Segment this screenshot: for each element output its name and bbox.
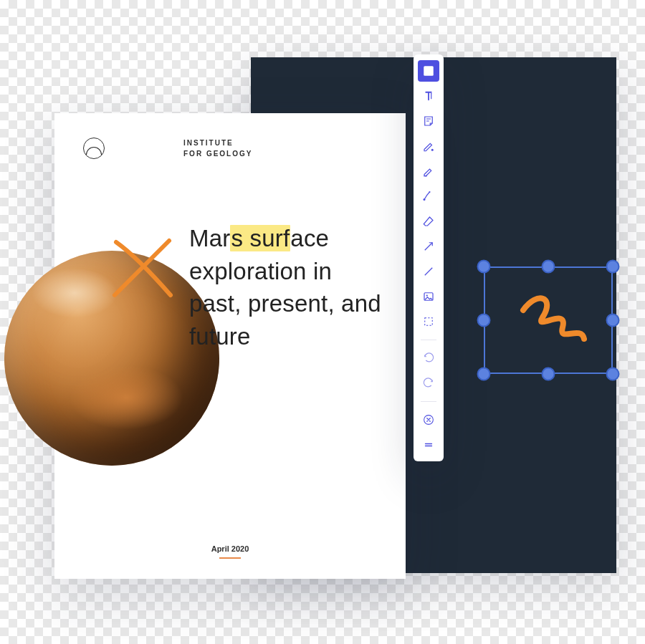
logo-icon — [83, 138, 105, 159]
toolbar-divider — [421, 340, 436, 340]
selection-rect — [484, 266, 613, 374]
document-date-text: April 2020 — [211, 544, 249, 553]
arrow-icon — [422, 240, 435, 253]
text-box-icon — [422, 64, 435, 77]
title-highlight: s surf — [230, 225, 290, 251]
selection-handle-w[interactable] — [477, 314, 491, 327]
highlighter-tool[interactable] — [418, 160, 439, 182]
drag-handle[interactable] — [418, 434, 439, 456]
title-text-pre: Mar — [189, 225, 230, 251]
svg-rect-6 — [425, 318, 433, 326]
text-cursor-tool[interactable] — [418, 85, 439, 107]
image-icon — [422, 290, 435, 303]
text-box-tool[interactable] — [418, 60, 439, 82]
stage: INSTITUTE FOR GEOLOGY Mars surface explo… — [0, 0, 645, 644]
crop-icon — [422, 315, 435, 328]
pen-icon — [422, 140, 435, 153]
svg-point-1 — [431, 149, 434, 151]
svg-point-2 — [424, 198, 426, 201]
document-date: April 2020 — [54, 544, 406, 559]
toolbar-divider — [421, 401, 436, 402]
image-tool[interactable] — [418, 286, 439, 307]
document-header: INSTITUTE FOR GEOLOGY — [54, 113, 406, 159]
line-tool[interactable] — [418, 261, 439, 282]
selection-handle-s[interactable] — [542, 367, 555, 381]
crop-tool[interactable] — [418, 311, 439, 332]
undo-icon — [422, 352, 435, 365]
organisation-name-line1: INSTITUTE — [183, 139, 234, 147]
highlighter-icon — [422, 165, 435, 178]
selection-handle-nw[interactable] — [477, 260, 491, 274]
undo-button[interactable] — [418, 347, 439, 369]
selection-handle-se[interactable] — [606, 367, 620, 381]
selection-frame[interactable] — [484, 266, 613, 374]
date-underline — [219, 557, 241, 559]
eraser-tool[interactable] — [418, 211, 439, 232]
selection-handle-sw[interactable] — [477, 367, 491, 381]
selection-handle-ne[interactable] — [606, 260, 620, 274]
close-icon — [422, 413, 435, 426]
organisation-name: INSTITUTE FOR GEOLOGY — [183, 138, 252, 159]
note-icon — [422, 115, 435, 128]
redo-icon — [422, 377, 435, 390]
eraser-icon — [422, 215, 435, 228]
note-tool[interactable] — [418, 110, 439, 132]
pen-tool[interactable] — [418, 135, 439, 157]
svg-point-3 — [429, 191, 430, 193]
drag-handle-icon — [422, 438, 435, 451]
annotation-toolbar — [414, 54, 444, 461]
selection-handle-n[interactable] — [542, 260, 555, 274]
text-cursor-icon — [422, 90, 435, 102]
svg-point-5 — [426, 294, 428, 296]
ink-icon — [422, 190, 435, 203]
close-button[interactable] — [418, 409, 439, 431]
ink-tool[interactable] — [418, 186, 439, 207]
line-icon — [422, 265, 435, 278]
document-title: Mars surface exploration in past, presen… — [189, 222, 384, 352]
mars-illustration — [4, 251, 219, 466]
organisation-name-line2: FOR GEOLOGY — [183, 150, 252, 158]
redo-button[interactable] — [418, 373, 439, 394]
arrow-tool[interactable] — [418, 236, 439, 257]
selection-handle-e[interactable] — [606, 314, 620, 327]
document-page[interactable]: INSTITUTE FOR GEOLOGY Mars surface explo… — [54, 113, 406, 579]
